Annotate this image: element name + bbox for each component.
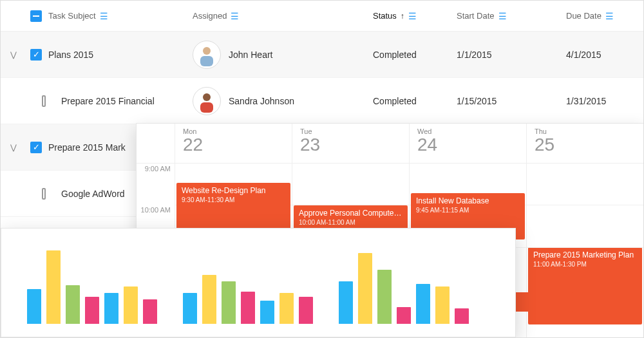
chart-bar[interactable] bbox=[455, 308, 469, 324]
chart-bar[interactable] bbox=[143, 299, 157, 324]
col-label: Due Date bbox=[566, 11, 601, 21]
time-label: 9:00 AM bbox=[145, 165, 171, 173]
col-label: Status bbox=[373, 11, 397, 21]
chart-bar-group bbox=[27, 250, 157, 324]
calendar-event[interactable]: Prepare 2015 Marketing Plan 11:00 AM-1:3… bbox=[528, 247, 642, 324]
chart-bar[interactable] bbox=[27, 289, 41, 324]
event-time: 9:30 AM-11:30 AM bbox=[182, 196, 285, 203]
status-text: Completed bbox=[373, 50, 417, 60]
grid-header: Task Subject ☰ Assigned ☰ Status ↑ ☰ Sta… bbox=[1, 1, 643, 32]
col-status[interactable]: Status ↑ ☰ bbox=[373, 11, 457, 21]
chevron-down-icon[interactable]: ⋁ bbox=[10, 143, 17, 152]
event-time: 11:00 AM-1:30 PM bbox=[533, 261, 637, 268]
day-number: 23 bbox=[300, 135, 401, 155]
filter-icon[interactable]: ☰ bbox=[605, 12, 614, 21]
svg-point-2 bbox=[203, 93, 211, 101]
event-time: 9:45 AM-11:15 AM bbox=[416, 207, 520, 214]
bar-chart-panel bbox=[1, 228, 516, 337]
chart-bar[interactable] bbox=[377, 270, 392, 324]
chart-bar[interactable] bbox=[435, 286, 450, 324]
chart-bar[interactable] bbox=[299, 297, 313, 324]
event-title: Website Re-Design Plan bbox=[182, 186, 285, 195]
filter-icon[interactable]: ☰ bbox=[100, 12, 108, 21]
chart-bar[interactable] bbox=[241, 292, 255, 324]
event-title: Install New Database bbox=[416, 196, 520, 205]
due-date: 4/1/2015 bbox=[566, 50, 601, 60]
avatar bbox=[193, 41, 221, 69]
col-task-subject[interactable]: Task Subject ☰ bbox=[46, 11, 193, 21]
select-all-checkbox[interactable] bbox=[30, 10, 42, 22]
calendar-event[interactable]: Website Re-Design Plan 9:30 AM-11:30 AM bbox=[176, 183, 290, 233]
avatar bbox=[193, 87, 221, 115]
svg-point-0 bbox=[203, 47, 211, 55]
task-subject: Prepare 2015 Financial bbox=[61, 96, 155, 106]
chart-bar[interactable] bbox=[279, 293, 294, 324]
col-label: Task Subject bbox=[48, 11, 96, 21]
day-number: 22 bbox=[183, 135, 284, 155]
filter-icon[interactable]: ☰ bbox=[498, 12, 507, 21]
start-date: 1/15/2015 bbox=[457, 96, 497, 106]
chart-bar[interactable] bbox=[183, 293, 197, 324]
chart-bar[interactable] bbox=[202, 275, 216, 324]
chevron-down-icon[interactable]: ⋁ bbox=[10, 50, 17, 59]
chart-bar[interactable] bbox=[66, 285, 80, 324]
due-date: 1/31/2015 bbox=[566, 96, 606, 106]
task-subject: Prepare 2015 Mark bbox=[48, 142, 126, 153]
day-column[interactable]: Thu25 Prepare 2015 Marketing Plan 11:00 … bbox=[527, 124, 644, 338]
task-subject: Plans 2015 bbox=[48, 50, 93, 60]
row-checkbox[interactable]: ✓ bbox=[30, 49, 42, 61]
chart-bar[interactable] bbox=[339, 281, 353, 324]
chart-bar[interactable] bbox=[124, 286, 138, 324]
chart-plot-area bbox=[27, 244, 489, 324]
chart-bar[interactable] bbox=[416, 284, 430, 324]
chart-bar[interactable] bbox=[397, 307, 411, 324]
col-due-date[interactable]: Due Date ☰ bbox=[566, 11, 643, 21]
table-row[interactable]: ⋁ ✓ Plans 2015 John Heart Completed 1/1/… bbox=[1, 32, 643, 78]
chart-bar-group bbox=[339, 253, 469, 324]
day-number: 25 bbox=[535, 135, 636, 155]
event-title: Prepare 2015 Marketing Plan bbox=[533, 250, 637, 259]
chart-bar[interactable] bbox=[104, 293, 118, 324]
chart-bar[interactable] bbox=[222, 281, 236, 324]
sort-asc-icon: ↑ bbox=[401, 12, 404, 21]
col-assigned[interactable]: Assigned ☰ bbox=[193, 11, 373, 21]
status-text: Completed bbox=[373, 96, 417, 106]
start-date: 1/1/2015 bbox=[457, 50, 492, 60]
chart-bar[interactable] bbox=[46, 250, 61, 324]
svg-rect-3 bbox=[200, 102, 213, 113]
chart-bar[interactable] bbox=[260, 301, 274, 324]
col-label: Start Date bbox=[457, 11, 495, 21]
day-number: 24 bbox=[417, 135, 518, 155]
event-title: Approve Personal Computer… bbox=[299, 209, 402, 218]
time-label: 10:00 AM bbox=[141, 206, 171, 214]
filter-icon[interactable]: ☰ bbox=[408, 12, 417, 21]
col-start-date[interactable]: Start Date ☰ bbox=[457, 11, 566, 21]
row-checkbox[interactable]: ✓ bbox=[30, 142, 42, 153]
assignee-name: John Heart bbox=[229, 50, 272, 60]
col-label: Assigned bbox=[193, 11, 227, 21]
chart-bar[interactable] bbox=[358, 253, 372, 324]
filter-icon[interactable]: ☰ bbox=[231, 12, 239, 21]
chart-bar[interactable] bbox=[85, 297, 99, 324]
task-subject: Google AdWord bbox=[61, 189, 125, 199]
svg-rect-1 bbox=[200, 56, 213, 66]
assignee-name: Sandra Johnson bbox=[229, 96, 294, 106]
chart-bar-group bbox=[183, 275, 313, 324]
table-row[interactable]: Prepare 2015 Financial Sandra Johnson Co… bbox=[1, 78, 643, 124]
event-time: 10:00 AM-11:00 AM bbox=[299, 219, 402, 226]
